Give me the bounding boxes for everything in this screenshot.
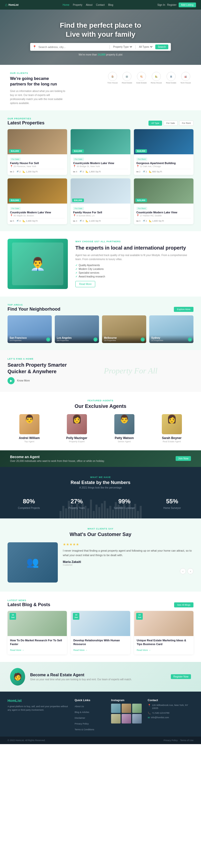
experts-tag: WHY CHOOSE US? ALL PARTNERS bbox=[75, 240, 194, 243]
become-agent-title: Become an Agent bbox=[10, 455, 105, 459]
agent-card-1[interactable]: 👩 Polly Mazinger Property Expert bbox=[55, 414, 99, 443]
insta-thumb-1[interactable] bbox=[122, 704, 131, 713]
nav-blog[interactable]: Blog bbox=[108, 3, 113, 6]
neighborhood-card-0[interactable]: San Francisco 14 Properties → bbox=[7, 315, 52, 343]
testimonial-next-button[interactable]: › bbox=[188, 568, 194, 574]
agent-footer-image: 🧑 bbox=[10, 668, 25, 686]
footer-link-2[interactable]: Disclaimer bbox=[75, 717, 85, 719]
property-card-2[interactable]: $18,000 For Rent Gorgeous Apartment Buil… bbox=[134, 129, 194, 175]
blog-image-1: 13 Jun bbox=[71, 611, 130, 636]
neighborhood-arrow-3[interactable]: → bbox=[188, 338, 192, 342]
footer-link-1[interactable]: Blog & Articles bbox=[75, 711, 89, 713]
map-pin-icon: 📍 bbox=[148, 704, 151, 707]
agent-card-0[interactable]: 👨 Andrei William Top Agent bbox=[7, 414, 51, 443]
neighborhood-tag: TOP AREAS bbox=[7, 304, 60, 306]
blog-readmore-0[interactable]: Read More → bbox=[10, 649, 24, 651]
insta-thumb-2[interactable] bbox=[132, 704, 142, 713]
neighborhood-card-3[interactable]: Sydney 22 Properties → bbox=[149, 315, 194, 343]
neighborhood-arrow-2[interactable]: → bbox=[141, 338, 145, 342]
insta-thumb-5[interactable] bbox=[132, 714, 142, 723]
blog-readmore-1[interactable]: Read More → bbox=[73, 649, 88, 651]
agent-card-2[interactable]: 👨 Patty Watson Senior Agent bbox=[102, 414, 146, 443]
neighborhood-arrow-0[interactable]: → bbox=[46, 338, 50, 342]
partners-logos: 🏠 Tree House 🏢 Real Estate 🏗️ Gold Estat… bbox=[73, 72, 191, 84]
footer-link-0[interactable]: About Us bbox=[75, 705, 84, 708]
blog-date-1: 13 Jun bbox=[73, 613, 79, 620]
agent-avatar-3: 👩 bbox=[162, 414, 182, 434]
property-card-4[interactable]: $30,000 For Sale Family House For Sell 📍… bbox=[71, 179, 130, 224]
property-card-3[interactable]: $19,500 For Sale Countryside Modern Lake… bbox=[7, 179, 67, 224]
testimonial-prev-button[interactable]: ‹ bbox=[180, 568, 186, 574]
blog-readmore-2[interactable]: Read More → bbox=[137, 649, 151, 651]
insta-thumb-0[interactable] bbox=[111, 704, 121, 713]
contact-email: ✉ info@homlist.com bbox=[148, 716, 194, 719]
property-card-0[interactable]: $15,000 For Sale Family House For Sell 📍… bbox=[7, 129, 67, 175]
experts-content: WHY CHOOSE US? ALL PARTNERS The experts … bbox=[75, 240, 194, 287]
footer-link-3[interactable]: Privacy Policy bbox=[75, 722, 89, 725]
properties-title: Latest Properties bbox=[7, 120, 44, 126]
experts-item-3: Award-leading research bbox=[75, 275, 194, 278]
partners-title: We're going became partners for the long… bbox=[10, 76, 65, 87]
all-types-select[interactable]: All Types bbox=[138, 45, 153, 49]
properties-tag: OUR PROPERTIES bbox=[7, 117, 44, 120]
know-more-link[interactable]: Know More bbox=[17, 379, 30, 382]
property-type-select[interactable]: Property Type bbox=[112, 45, 133, 49]
add-listing-button[interactable]: Add Listing bbox=[179, 2, 196, 7]
neighborhood-grid: San Francisco 14 Properties → Los Angele… bbox=[7, 315, 194, 343]
testimonial-content: ★★★★★ I never imagined that finding a gr… bbox=[63, 542, 194, 583]
prop-location-4: 📍 8 Sunset Blvd, LA bbox=[73, 214, 128, 217]
blog-date-0: 12 Jun bbox=[9, 613, 16, 620]
hero-search-button[interactable]: Search bbox=[155, 44, 168, 49]
footer-link-4[interactable]: Terms & Conditions bbox=[75, 728, 94, 731]
agent-card-3[interactable]: 👩 Sarah Boyner Real Estate Agent bbox=[150, 414, 194, 443]
nav-property[interactable]: Property bbox=[73, 3, 82, 6]
neighborhood-title: Find Your Neighborhood bbox=[7, 307, 60, 312]
blog-card-0[interactable]: 12 Jun How To Do Market Research For To … bbox=[7, 611, 67, 654]
neighborhood-card-2[interactable]: Melbourne 19 Properties → bbox=[102, 315, 146, 343]
sign-in-link[interactable]: Sign In bbox=[157, 3, 165, 6]
nav-home[interactable]: Home bbox=[63, 3, 69, 6]
filter-sale[interactable]: For Sale bbox=[164, 121, 178, 126]
contact-address: 📍 126 Willowbrook Ave, New York, NY 1002… bbox=[148, 704, 194, 710]
instagram-grid bbox=[111, 704, 141, 724]
prop-location-0: 📍 25 Florence, New York bbox=[10, 165, 65, 167]
filter-all[interactable]: All Type bbox=[148, 121, 162, 126]
testimonials-tag: WHAT CLIENTS SAY bbox=[7, 527, 194, 530]
property-card-1[interactable]: $10,000 For Sale Countryside Modern Lake… bbox=[71, 129, 130, 175]
nav-about[interactable]: About bbox=[86, 3, 93, 6]
nav-contact[interactable]: Contact bbox=[96, 3, 104, 6]
hero-search-bar: 📍 | Property Type | All Types Search bbox=[30, 43, 171, 51]
join-now-button[interactable]: Join Now bbox=[176, 456, 191, 461]
email-icon: ✉ bbox=[148, 716, 150, 719]
partner-logo-2: 🏗️ Gold Estate bbox=[136, 72, 147, 84]
blog-card-2[interactable]: 13 Jun Unique Real Estate Marketing Idea… bbox=[134, 611, 194, 654]
register-link[interactable]: Register bbox=[167, 3, 176, 6]
insta-thumb-3[interactable] bbox=[111, 714, 121, 723]
search-banner-title: Search Property Smarter Quicker & Anywhe… bbox=[7, 362, 68, 375]
navbar: ⌂ HomList Home Property About Contact Bl… bbox=[0, 0, 201, 9]
register-now-button[interactable]: Register Now bbox=[171, 674, 191, 679]
blog-card-1[interactable]: 13 Jun Develop Relationships With Human … bbox=[71, 611, 130, 654]
filter-rent[interactable]: For Rent bbox=[179, 121, 194, 126]
property-card-5[interactable]: $25,000 For Rent Countryside Modern Lake… bbox=[134, 179, 194, 224]
footer-bottom: © 2022 HomList. All Rights Reserved. Pri… bbox=[0, 737, 201, 744]
property-image-1: $10,000 bbox=[71, 129, 130, 154]
experts-read-more-button[interactable]: Read More bbox=[75, 281, 95, 287]
experts-item-2: Specialist services bbox=[75, 271, 194, 274]
see-all-blogs-button[interactable]: See All Blogs bbox=[174, 602, 194, 608]
partner-logo-4: 🏛️ Real Estate bbox=[166, 72, 176, 84]
explore-more-button[interactable]: Explore More bbox=[174, 307, 194, 312]
privacy-link[interactable]: Privacy Policy bbox=[164, 739, 178, 742]
neighborhood-arrow-1[interactable]: → bbox=[94, 338, 98, 342]
terms-link[interactable]: Terms of Use bbox=[180, 739, 194, 742]
agent-footer-content: Become a Real Estate Agent Give us your … bbox=[25, 673, 171, 681]
neighborhood-header: TOP AREAS Find Your Neighborhood Explore… bbox=[7, 304, 194, 312]
search-input[interactable] bbox=[38, 45, 107, 49]
copyright-text: © 2022 HomList. All Rights Reserved. bbox=[7, 739, 45, 742]
insta-thumb-4[interactable] bbox=[122, 714, 131, 723]
partner-icon-3: 🏡 bbox=[152, 72, 161, 81]
neighborhood-card-1[interactable]: Los Angeles 28 Properties → bbox=[55, 315, 99, 343]
nav-logo[interactable]: ⌂ HomList bbox=[5, 2, 19, 7]
partners-section: OUR CLIENTS We're going became partners … bbox=[0, 65, 201, 110]
play-button[interactable]: ▶ bbox=[7, 377, 14, 384]
